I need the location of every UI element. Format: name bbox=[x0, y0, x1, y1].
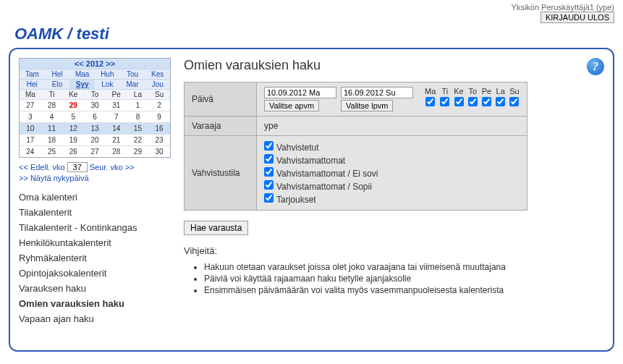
status-option[interactable]: Vahvistamattomat bbox=[264, 153, 520, 166]
next-week-link[interactable]: Seur. vko >> bbox=[90, 163, 135, 172]
calendar-day[interactable]: 30 bbox=[84, 99, 106, 111]
calendar-day[interactable]: 25 bbox=[41, 145, 63, 157]
calendar-day[interactable]: 28 bbox=[41, 99, 63, 111]
weekday-checkbox-ti[interactable] bbox=[440, 97, 449, 106]
logout-button[interactable]: KIRJAUDU ULOS bbox=[541, 12, 614, 23]
calendar-day[interactable]: 17 bbox=[20, 134, 41, 145]
week-number-input[interactable] bbox=[67, 162, 88, 172]
nav-item[interactable]: Tilakalenterit - Kontinkangas bbox=[19, 220, 171, 235]
weekday-checkbox-su[interactable] bbox=[509, 97, 519, 106]
calendar-day[interactable]: 15 bbox=[127, 122, 149, 134]
calendar-day[interactable]: 5 bbox=[62, 111, 84, 122]
calendar-day[interactable]: 13 bbox=[84, 122, 106, 134]
calendar-day[interactable]: 28 bbox=[106, 145, 127, 157]
nav-item[interactable]: Varauksen haku bbox=[19, 281, 171, 296]
month-lok[interactable]: Lok bbox=[95, 79, 120, 89]
calendar-day[interactable]: 27 bbox=[20, 99, 41, 111]
calendar-grid: 2728293031123456789101112131415161718192… bbox=[20, 99, 170, 157]
calendar-day[interactable]: 12 bbox=[62, 122, 84, 134]
status-checkbox[interactable] bbox=[264, 180, 274, 190]
nav-item[interactable]: Omien varauksien haku bbox=[19, 296, 171, 311]
month-hei[interactable]: Hei bbox=[20, 79, 45, 89]
calendar-day[interactable]: 18 bbox=[41, 134, 63, 145]
status-option[interactable]: Vahvistetut bbox=[264, 140, 520, 153]
weekday-checkbox-ma[interactable] bbox=[425, 97, 435, 106]
day-header-row: MaTiKeToPeLaSu bbox=[20, 89, 170, 99]
month-tam[interactable]: Tam bbox=[20, 69, 45, 79]
show-today-link[interactable]: >> Näytä nykypäivä bbox=[19, 174, 89, 182]
day-header: To bbox=[84, 89, 106, 99]
month-mar[interactable]: Mar bbox=[120, 79, 145, 89]
year-nav[interactable]: << 2012 >> bbox=[20, 59, 170, 69]
calendar-day[interactable]: 30 bbox=[148, 145, 170, 157]
weekday-checkbox-ke[interactable] bbox=[454, 97, 464, 106]
select-end-date-button[interactable]: Valitse lpvm bbox=[341, 100, 393, 111]
status-checkbox[interactable] bbox=[264, 167, 274, 177]
day-header: Su bbox=[148, 89, 170, 99]
search-button[interactable]: Hae varausta bbox=[184, 221, 248, 235]
weekday-checkbox-la[interactable] bbox=[496, 97, 505, 106]
nav-item[interactable]: Ryhmäkalenterit bbox=[19, 250, 171, 266]
calendar-day[interactable]: 22 bbox=[127, 134, 149, 145]
calendar-day[interactable]: 7 bbox=[106, 111, 127, 122]
nav-item[interactable]: Opintojaksokalenterit bbox=[19, 266, 171, 281]
mini-calendar: << 2012 >> TamHelMaaHuhTouKesHeiEloSyyLo… bbox=[19, 58, 171, 158]
month-maa[interactable]: Maa bbox=[69, 69, 95, 79]
month-hel[interactable]: Hel bbox=[45, 69, 70, 79]
calendar-day[interactable]: 1 bbox=[127, 99, 149, 111]
month-elo[interactable]: Elo bbox=[45, 79, 70, 89]
nav-item[interactable]: Henkilökuntakalenterit bbox=[19, 235, 171, 250]
month-huh[interactable]: Huh bbox=[95, 69, 120, 79]
calendar-day[interactable]: 29 bbox=[62, 99, 84, 111]
weekday-label: La bbox=[496, 87, 505, 96]
status-option[interactable]: Vahvistamattomat / Ei sovi bbox=[264, 166, 520, 179]
calendar-day[interactable]: 3 bbox=[20, 111, 41, 122]
weekday-label: Su bbox=[509, 87, 519, 96]
date-to-input[interactable] bbox=[341, 87, 413, 98]
status-checkbox[interactable] bbox=[264, 154, 274, 164]
calendar-day[interactable]: 2 bbox=[148, 99, 170, 111]
month-tou[interactable]: Tou bbox=[120, 69, 145, 79]
weekday-checkbox-pe[interactable] bbox=[482, 97, 491, 106]
prev-week-link[interactable]: << Edell. vko bbox=[19, 163, 65, 172]
label-day: Päivä bbox=[185, 82, 257, 117]
status-option[interactable]: Vahvistamattomat / Sopii bbox=[264, 179, 520, 192]
weekday-label: Ma bbox=[425, 87, 436, 96]
label-status: Vahvistustila bbox=[185, 136, 257, 211]
nav-item[interactable]: Oma kalenteri bbox=[19, 190, 171, 205]
calendar-day[interactable]: 20 bbox=[84, 134, 106, 145]
calendar-day[interactable]: 4 bbox=[41, 111, 63, 122]
weekday-label: Ke bbox=[454, 87, 463, 96]
month-jou[interactable]: Jou bbox=[145, 79, 170, 89]
calendar-day[interactable]: 6 bbox=[84, 111, 106, 122]
select-start-date-button[interactable]: Valitse apvm bbox=[264, 100, 319, 111]
help-icon[interactable]: ? bbox=[587, 58, 604, 75]
calendar-day[interactable]: 16 bbox=[148, 122, 170, 134]
status-option[interactable]: Tarjoukset bbox=[264, 192, 520, 206]
calendar-day[interactable]: 9 bbox=[148, 111, 170, 122]
status-checkbox[interactable] bbox=[264, 193, 274, 203]
date-from-input[interactable] bbox=[264, 87, 336, 98]
calendar-day[interactable]: 10 bbox=[20, 122, 41, 134]
calendar-day[interactable]: 8 bbox=[127, 111, 149, 122]
page-title: Omien varauksien haku bbox=[184, 58, 604, 73]
calendar-day[interactable]: 19 bbox=[62, 134, 84, 145]
month-kes[interactable]: Kes bbox=[145, 69, 170, 79]
hint-item: Ensimmäisen päivämäärän voi valita myös … bbox=[204, 285, 604, 295]
calendar-day[interactable]: 26 bbox=[62, 145, 84, 157]
calendar-day[interactable]: 23 bbox=[148, 134, 170, 145]
nav-item[interactable]: Tilakalenterit bbox=[19, 205, 171, 220]
weekday-checkbox-to[interactable] bbox=[468, 97, 478, 106]
day-header: Pe bbox=[106, 89, 127, 99]
month-syy[interactable]: Syy bbox=[69, 79, 95, 89]
calendar-day[interactable]: 27 bbox=[84, 145, 106, 157]
calendar-day[interactable]: 31 bbox=[106, 99, 127, 111]
day-header: Ti bbox=[41, 89, 63, 99]
calendar-day[interactable]: 24 bbox=[20, 145, 41, 157]
calendar-day[interactable]: 29 bbox=[127, 145, 149, 157]
calendar-day[interactable]: 14 bbox=[106, 122, 127, 134]
calendar-day[interactable]: 21 bbox=[106, 134, 127, 145]
nav-item[interactable]: Vapaan ajan haku bbox=[19, 311, 171, 326]
calendar-day[interactable]: 11 bbox=[41, 122, 63, 134]
status-checkbox[interactable] bbox=[264, 141, 274, 151]
